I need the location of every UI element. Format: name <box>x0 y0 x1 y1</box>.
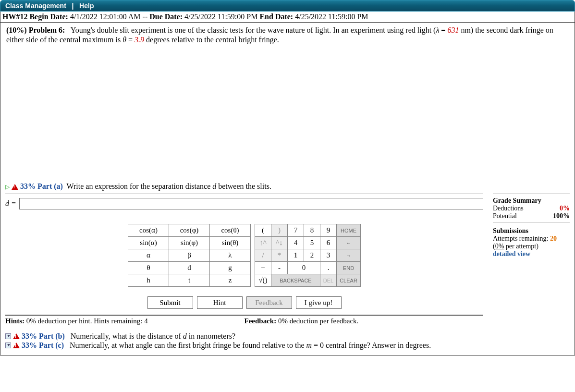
giveup-button[interactable]: I give up! <box>296 296 342 309</box>
hints-remaining: 4 <box>144 317 148 325</box>
lambda-value: 631 <box>447 26 459 34</box>
key-cursor-left[interactable]: ← <box>337 237 361 249</box>
detailed-view-link[interactable]: detailed view <box>493 250 570 258</box>
top-nav-bar: Class Management | Help <box>0 0 575 12</box>
key-7[interactable]: 7 <box>288 224 304 237</box>
answer-lhs: d = <box>5 199 16 208</box>
problem-text-1: Young's double slit experiment is one of… <box>71 26 436 34</box>
key-sin-phi[interactable]: sin(φ) <box>169 237 210 249</box>
class-management-link[interactable]: Class Management <box>5 2 66 10</box>
figure-blank-area <box>5 49 570 179</box>
feedback-label: Feedback: <box>245 317 277 325</box>
part-a-prompt: Write an expression for the separation d… <box>67 182 271 190</box>
eq-sign-2: = <box>126 36 135 44</box>
key-cursor-right[interactable]: → <box>337 249 361 262</box>
eq-sign-1: = <box>439 26 447 34</box>
collapse-icon[interactable] <box>5 333 11 339</box>
feedback-text: deduction per feedback. <box>290 317 359 325</box>
submit-button[interactable]: Submit <box>147 296 193 309</box>
key-sqrt[interactable]: √() <box>255 274 271 287</box>
problem-statement: (10%) Problem 6: Young's double slit exp… <box>5 25 570 49</box>
function-keypad: cos(α) cos(φ) cos(θ) sin(α) sin(φ) sin(θ… <box>128 224 251 287</box>
per-attempt-2: per attempt) <box>504 243 538 250</box>
key-8[interactable]: 8 <box>304 224 320 237</box>
key-star[interactable]: * <box>271 249 288 262</box>
deductions-value: 0% <box>560 205 570 212</box>
key-9[interactable]: 9 <box>320 224 337 237</box>
key-backspace[interactable]: BACKSPACE <box>271 274 320 287</box>
key-lparen[interactable]: ( <box>255 224 271 237</box>
key-caret-down[interactable]: ^↓ <box>271 237 288 249</box>
key-alpha[interactable]: α <box>128 249 169 262</box>
grade-summary-title: Grade Summary <box>493 197 570 205</box>
key-theta[interactable]: θ <box>128 262 169 274</box>
key-clear[interactable]: CLEAR <box>337 274 361 287</box>
theta-value: 3.9 <box>135 36 144 44</box>
warning-icon <box>13 333 20 339</box>
key-0[interactable]: 0 <box>288 262 320 274</box>
key-1[interactable]: 1 <box>288 249 304 262</box>
key-cos-phi[interactable]: cos(φ) <box>169 224 210 237</box>
attempts-label: Attempts remaining: <box>493 235 550 242</box>
due-date: 4/25/2022 11:59:00 PM <box>184 12 257 21</box>
key-2[interactable]: 2 <box>304 249 320 262</box>
key-cos-alpha[interactable]: cos(α) <box>128 224 169 237</box>
lambda-unit: nm <box>459 26 470 34</box>
collapse-icon[interactable] <box>5 343 11 348</box>
part-a-header: ▷ 33% Part (a) Write an expression for t… <box>5 182 570 191</box>
nav-separator: | <box>72 2 74 10</box>
feedback-pct: 0% <box>278 317 288 325</box>
deductions-label: Deductions <box>493 205 524 212</box>
key-dot[interactable]: . <box>320 262 337 274</box>
key-plus[interactable]: + <box>255 262 271 274</box>
key-minus[interactable]: - <box>271 262 288 274</box>
submissions-title: Submissions <box>493 227 570 235</box>
key-6[interactable]: 6 <box>320 237 337 249</box>
mid-sep: -- <box>143 12 148 21</box>
key-sin-theta[interactable]: sin(θ) <box>210 237 251 249</box>
key-home[interactable]: HOME <box>337 224 361 237</box>
key-sin-alpha[interactable]: sin(α) <box>128 237 169 249</box>
theta-symbol: θ <box>122 36 126 44</box>
end-label: End Date: <box>259 12 293 21</box>
key-del[interactable]: DEL <box>320 274 337 287</box>
end-date: 4/25/2022 11:59:00 PM <box>295 12 368 21</box>
potential-label: Potential <box>493 212 517 220</box>
key-5[interactable]: 5 <box>304 237 320 249</box>
key-end[interactable]: END <box>337 262 361 274</box>
key-lambda[interactable]: λ <box>210 249 251 262</box>
part-b-percent: 33% Part (b) <box>22 332 65 341</box>
key-slash[interactable]: / <box>255 249 271 262</box>
key-rparen[interactable]: ) <box>271 224 288 237</box>
hint-button[interactable]: Hint <box>197 296 243 309</box>
key-caret-up[interactable]: ↑^ <box>255 237 271 249</box>
key-cos-theta[interactable]: cos(θ) <box>210 224 251 237</box>
due-label: Due Date: <box>149 12 183 21</box>
part-c-percent: 33% Part (c) <box>22 341 64 350</box>
key-h[interactable]: h <box>128 274 169 287</box>
hints-label: Hints: <box>5 317 24 325</box>
part-b-prompt: Numerically, what is the distance of d i… <box>71 332 235 341</box>
begin-date: 4/1/2022 12:01:00 AM <box>70 12 141 21</box>
problem-prefix: (10%) Problem 6: <box>6 26 65 34</box>
hint-feedback-bar: Hints: 0% deduction per hint. Hints rema… <box>5 315 483 325</box>
part-a-percent: 33% Part (a) <box>20 182 63 190</box>
potential-value: 100% <box>553 212 570 220</box>
answer-input[interactable] <box>19 198 483 209</box>
action-buttons: Submit Hint Feedback I give up! <box>5 296 483 309</box>
key-t[interactable]: t <box>169 274 210 287</box>
play-icon: ▷ <box>5 184 10 190</box>
key-beta[interactable]: β <box>169 249 210 262</box>
hints-text: deduction per hint. Hints remaining: <box>38 317 145 325</box>
grade-panel: Grade Summary Deductions 0% Potential 10… <box>493 194 570 258</box>
problem-text-3: degrees relative to the central bright f… <box>144 36 279 44</box>
key-3[interactable]: 3 <box>320 249 337 262</box>
hints-pct: 0% <box>26 317 36 325</box>
key-z[interactable]: z <box>210 274 251 287</box>
key-4[interactable]: 4 <box>288 237 304 249</box>
help-link[interactable]: Help <box>79 2 94 10</box>
assignment-date-bar: HW#12 Begin Date: 4/1/2022 12:01:00 AM -… <box>0 12 575 23</box>
key-d[interactable]: d <box>169 262 210 274</box>
key-g[interactable]: g <box>210 262 251 274</box>
collapsed-parts: 33% Part (b) Numerically, what is the di… <box>5 332 570 350</box>
